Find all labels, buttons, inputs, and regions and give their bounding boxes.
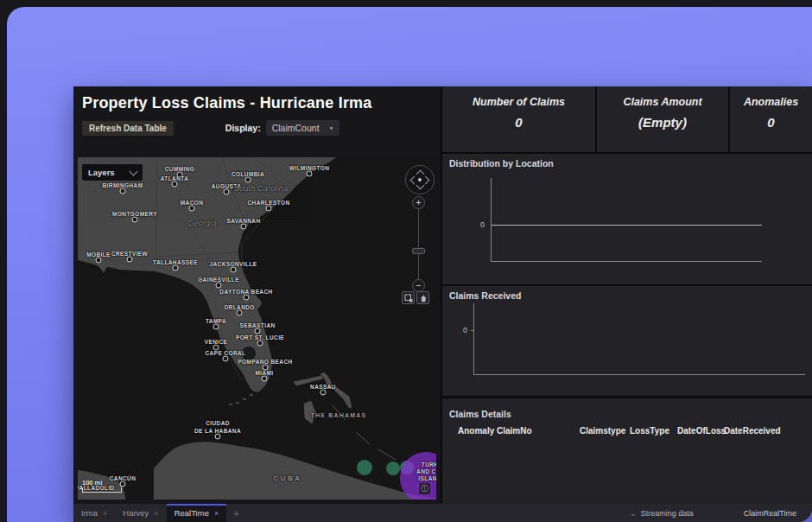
map-label: MACON: [181, 200, 204, 206]
claim-bubble[interactable]: [357, 460, 372, 475]
sheet-tab-bar: Irma × Harvey × RealTime × + ⌄ Streaming…: [73, 504, 812, 522]
chevron-down-icon: ▾: [320, 124, 333, 132]
tab-label: Irma: [81, 508, 98, 518]
map-city-marker-icon: [215, 434, 221, 440]
map-city-marker-icon: [96, 258, 102, 264]
layers-label: Layers: [88, 168, 115, 177]
map-label: JACKSONVILLE: [209, 261, 257, 267]
close-icon[interactable]: ×: [154, 509, 158, 518]
column-header[interactable]: LossType: [630, 426, 669, 436]
map-label: Georgia: [187, 219, 216, 227]
map[interactable]: CUMMINGATLANTACOLUMBIABIRMINGHAMAUGUSTAM…: [78, 157, 436, 500]
map-label: COLUMBIA: [232, 171, 264, 177]
scale-label: 100 mi: [82, 479, 122, 487]
tab-realtime[interactable]: RealTime ×: [167, 504, 227, 522]
map-city-marker-icon: [320, 390, 327, 396]
map-label: CIUDAD: [206, 420, 230, 426]
map-city-marker-icon: [245, 177, 251, 183]
refresh-data-table-button[interactable]: Refresh Data Table: [82, 121, 174, 136]
stat-number-of-claims: Number of Claims 0: [442, 86, 595, 152]
column-header[interactable]: ClaimNo: [497, 426, 532, 436]
map-city-marker-icon: [257, 341, 263, 347]
map-label: CHARLESTON: [247, 200, 289, 206]
map-label: SEBASTIAN: [239, 322, 275, 328]
map-label: AND CAI: [416, 468, 436, 474]
display-dropdown[interactable]: ClaimCount ▾: [266, 120, 339, 136]
map-label: THE BAHAMAS: [311, 412, 367, 418]
close-icon[interactable]: ×: [103, 509, 107, 518]
zoom-slider-handle[interactable]: [412, 248, 425, 254]
map-label: TAMPA: [206, 318, 226, 324]
streaming-status-icon: ⌄: [630, 509, 637, 518]
scale-bar: [82, 487, 122, 493]
map-label: CUBA: [273, 474, 301, 482]
map-city-marker-icon: [266, 206, 272, 212]
tab-irma[interactable]: Irma ×: [73, 504, 115, 522]
column-header[interactable]: DateReceived: [724, 426, 781, 436]
map-label: CAPE CORAL: [206, 350, 246, 356]
box-select-button[interactable]: [402, 291, 415, 304]
close-icon[interactable]: ×: [214, 509, 219, 518]
map-city-marker-icon: [223, 356, 229, 362]
stat-value: (Empty): [597, 115, 728, 130]
add-tab-button[interactable]: +: [226, 504, 245, 522]
stat-label: Number of Claims: [442, 96, 595, 108]
map-label: ISLANDS: [418, 475, 436, 481]
zoom-in-button[interactable]: +: [412, 196, 425, 209]
map-label: BIRMINGHAM: [103, 182, 143, 188]
map-label: ATLANTA: [161, 175, 189, 181]
stat-label: Anomalies: [730, 96, 812, 108]
stat-claims-amount: Claims Amount (Empty): [597, 86, 728, 152]
page-title: Property Loss Claims - Hurricane Irma: [82, 94, 432, 112]
streaming-data-label: Streaming data: [641, 509, 694, 518]
display-label: Display:: [225, 123, 261, 133]
map-label: PORT ST. LUCIE: [236, 334, 284, 341]
map-city-marker-icon: [241, 224, 247, 230]
map-label: WILMINGTON: [289, 165, 330, 171]
map-label: SAVANNAH: [226, 218, 260, 224]
claims-received-chart: Claims Received 0: [442, 286, 812, 396]
map-city-marker-icon: [237, 310, 243, 316]
map-label: South Carolina: [234, 184, 288, 193]
distribution-by-location-chart: Distribution by Location 0: [442, 154, 812, 284]
pan-center-dot[interactable]: [418, 178, 422, 181]
map-city-marker-icon: [213, 324, 219, 330]
column-header[interactable]: DateOfLoss: [677, 426, 726, 436]
map-label: VENICE: [205, 339, 228, 345]
stat-value: 0: [442, 115, 595, 130]
map-city-marker-icon: [172, 181, 178, 188]
map-city-marker-icon: [224, 189, 230, 195]
tab-harvey[interactable]: Harvey ×: [115, 504, 166, 522]
map-city-marker-icon: [244, 295, 250, 301]
pan-hand-button[interactable]: [416, 291, 429, 304]
zoom-slider-track[interactable]: [418, 209, 419, 283]
y-tick-mark: [471, 330, 473, 331]
map-label: MOBILE: [86, 251, 111, 258]
claim-bubble[interactable]: [386, 462, 400, 475]
box-select-icon: [404, 294, 413, 302]
map-label: DE LA HABANA: [194, 428, 241, 434]
layers-dropdown[interactable]: Layers: [82, 164, 143, 181]
column-header[interactable]: Claimstype: [580, 426, 625, 436]
table-header-row: Anomaly ClaimNo Claimstype LossType Date…: [442, 426, 812, 438]
y-tick-label: 0: [480, 220, 485, 229]
stat-value: 0: [730, 115, 812, 130]
map-label: DAYTONA BEACH: [219, 289, 272, 295]
y-axis: [473, 303, 474, 375]
map-pan-compass[interactable]: [405, 165, 435, 194]
map-label: MIAMI: [255, 370, 273, 376]
tab-label: Harvey: [123, 508, 149, 518]
hand-icon: [419, 294, 428, 302]
map-attribution-button[interactable]: ⓘ: [419, 483, 430, 494]
map-label: CUMMING: [165, 166, 195, 172]
map-label: MONTGOMERY: [112, 211, 157, 217]
zoom-out-button[interactable]: −: [412, 279, 425, 292]
column-header[interactable]: Anomaly: [458, 426, 494, 436]
map-city-marker-icon: [189, 206, 195, 212]
map-label: ORLANDO: [224, 304, 255, 310]
dashboard-header: Property Loss Claims - Hurricane Irma Re…: [73, 86, 441, 157]
map-city-marker-icon: [262, 376, 268, 382]
analytics-section: Number of Claims 0 Claims Amount (Empty)…: [442, 86, 812, 504]
y-axis: [491, 178, 492, 262]
map-city-marker-icon: [216, 283, 222, 289]
